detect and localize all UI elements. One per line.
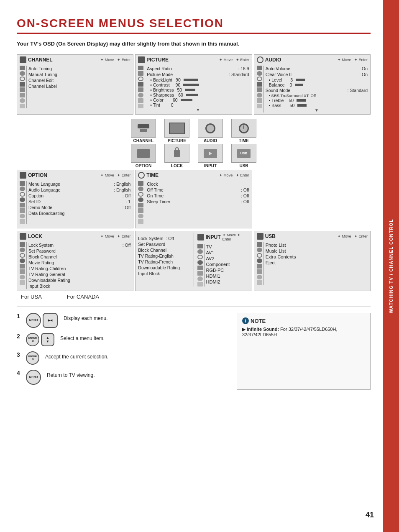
aud-icon-6 [257,93,262,97]
channel-icon [20,56,26,63]
aud-icon-5 [257,87,262,92]
lc-label-4: TV Rating-English [138,253,174,258]
picture-content: Aspect Ratio : 16:9 Picture Mode : Stand… [138,66,249,112]
tim-icon-1 [138,181,143,186]
step-1: 1 MENU ▶◀ Display each menu. [17,313,228,328]
time-val-2: : Off [240,187,249,192]
step-4-text: Return to TV viewing. [47,370,95,378]
opt-label-2: Audio Language [28,187,111,192]
aud-bullet-2: Balance 0 [266,82,368,87]
usb-row-3: Extra Contents [266,254,368,260]
ch-icon-2 [20,71,25,76]
panel-lock-title: LOCK [28,233,42,239]
panel-usb-title: USB [265,233,276,239]
usb-icon-4 [257,258,262,263]
lc-label-5: TV Rating-French [138,259,173,264]
lock-row-8: Input Block [28,283,130,289]
picture-menu-label: PICTURE [168,138,186,143]
panel-usb: USB ✦ Move ✦ Enter [254,231,371,291]
pic-icon-8 [138,104,143,108]
balance-bar [295,84,303,86]
opt-icon-3 [20,192,25,197]
time-move: ✦ Move ✦ Enter [219,173,249,177]
opt-val-4: : 1 [125,199,131,204]
for-usa-label: For USA [21,294,42,300]
panel-picture-title: PICTURE [146,57,169,63]
input-split: Lock System : Off Set Password Block Cha… [138,233,249,286]
opt-val-1: : English [113,182,130,187]
usb-label-3: Extra Contents [266,254,296,259]
lock-menu-icon [164,144,189,163]
inp-icon-7 [197,276,203,281]
channel-row-2: Manual Tuning [28,72,130,77]
main-content: ON-SCREEN MENUS SELECTION Your TV's OSD … [0,0,383,532]
panel-option-header: OPTION ✦ Move ✦ Enter [20,172,130,179]
treble-bar [297,99,306,102]
option-rows: Menu Language : English Audio Language :… [28,181,130,224]
audio-menu-icon [198,119,223,138]
lck-icon-8 [20,280,25,285]
page-title: ON-SCREEN MENUS SELECTION [17,17,371,34]
bottom-section: 1 MENU ▶◀ Display each menu. 2 [17,307,371,390]
lock-canada-rows: Lock System : Off Set Password Block Cha… [138,235,190,276]
audio-clearvoice-label: Clear Voice II [266,72,357,77]
channel-row-4: Channel Label [28,83,130,89]
picture-mode-value: : Standard [228,72,249,77]
time-panel-icon [138,172,145,179]
channel-label-3: Channel Edit [28,78,130,83]
input-panel-icon [197,234,204,240]
lck-icon-7 [20,275,25,279]
opt-label-1: Menu Language [28,182,111,187]
inp-row-3: AV2 [206,256,249,261]
step-1-menu-icon: MENU [26,313,41,328]
pic-bullet-1: • BackLight 90 [147,77,249,82]
usb-menu-icon: USB [231,144,256,163]
inp-icon-8 [197,282,203,286]
audio-row-3: Sound Mode : Standard [266,87,368,93]
panel-input-title: INPUT [206,234,221,240]
pic-icon-7 [138,98,143,103]
step-1-text: Display each menu. [64,313,107,321]
time-menu-label: TIME [239,138,249,143]
time-label-1: Clock [147,182,249,187]
audio-content: Auto Volume : On Clear Voice II : On • L… [257,66,368,113]
panel-picture: PICTURE ✦ Move ✦ Enter [135,54,252,115]
opt-row-3: Caption : Off [28,193,130,199]
ch-icon-4 [20,82,25,87]
picture-move: ✦ Move ✦ Enter [219,58,249,62]
inp-row-2: AV1 [206,250,249,256]
aud-bullet-3: • SRS TruSurround XT: Off [266,93,368,98]
lck-icon-3 [20,253,25,258]
lc-val-1: : Off [164,236,174,241]
pic-bullet-2: • Contrast 90 [147,82,249,87]
step-4-icons: MENU [26,370,41,385]
usb-icon-5 [257,264,262,269]
page-container: ON-SCREEN MENUS SELECTION Your TV's OSD … [0,0,399,532]
pic-icon-2 [138,71,143,76]
inp-label-4: Component [206,262,230,267]
channel-label-2: Manual Tuning [28,72,130,77]
lock-label-3: Block Channel [28,254,130,259]
time-label-2: Off Time [147,187,238,192]
tim-icon-8 [138,219,143,224]
step-3-icons: ENTER⊙ [26,351,39,365]
pic-bullet-4: • Sharpness 60 [147,92,249,97]
lc-row-2: Set Password [138,241,190,247]
usb-row-2: Music List [266,248,368,254]
step-3-number: 3 [17,351,23,358]
lock-menu-label: LOCK [171,164,183,168]
option-content: Menu Language : English Audio Language :… [20,181,130,224]
inp-label-7: HDMI2 [206,279,220,284]
menu-icon-input: INPUT [194,144,227,168]
audio-rows: Auto Volume : On Clear Voice II : On • L… [266,66,368,113]
input-icon-col [197,244,205,286]
option-icon-col [20,181,27,224]
usb-label-4: Eject [266,260,276,265]
tim-icon-6 [138,208,143,213]
ch-icon-8 [20,104,25,108]
menu-icon-time: TIME [227,119,261,143]
inp-label-6: HDMI1 [206,274,220,279]
time-icon-col [138,181,145,224]
brightness-bar [185,89,195,91]
step-2-enter-icon: ENTER⊙ [26,333,39,346]
